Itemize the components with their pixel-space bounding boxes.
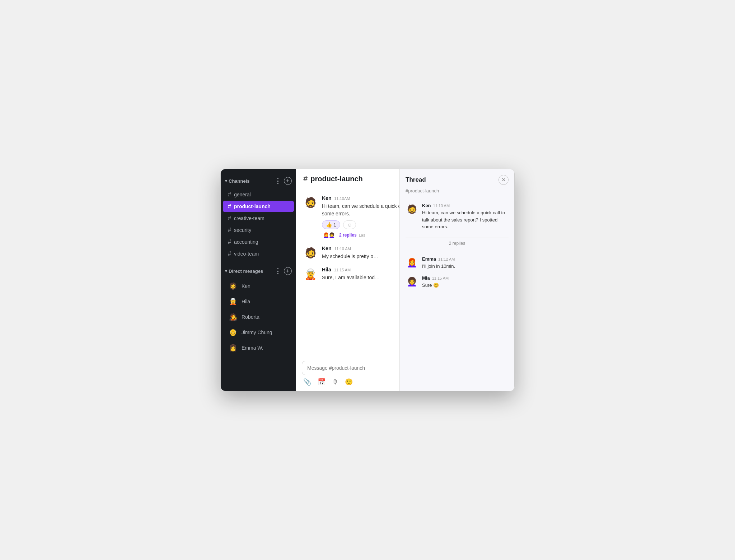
sidebar: ▾ Channels ⋮ + # general # product-launc… [221,169,296,391]
thread-original-author: Ken [422,203,431,208]
message-1-author: Ken [322,195,331,201]
channel-list: # general # product-launch # creative-te… [221,188,296,260]
reaction-thumbsup[interactable]: 👍 1 [322,220,340,229]
message-3-author: Hila [322,267,331,272]
channel-title: # product-launch [303,174,363,183]
hash-icon: # [228,215,231,221]
dm-label-emma-w: Emma W. [242,345,263,351]
sidebar-item-accounting[interactable]: # accounting [223,236,294,248]
thread-messages: 🧔 Ken 11:10 AM Hi team, can we schedule … [400,197,514,391]
sidebar-item-creative-team[interactable]: # creative-team [223,213,294,224]
dm-item-ken[interactable]: 🧔 Ken [223,279,294,294]
thread-avatar-2: 👩‍🦱 [328,231,336,239]
avatar-ken: 🧔 [228,281,238,291]
sidebar-item-general[interactable]: # general [223,189,294,200]
thread-original-header: Ken 11:10 AM [422,203,509,208]
channels-add-icon[interactable]: + [284,177,292,185]
thread-reply-1-time: 11:12 AM [438,257,455,261]
thread-panel-title: Thread [406,176,426,183]
dm-label-jimmy-chung: Jimmy Chung [242,330,272,335]
thread-reply-2-time: 11:15 AM [432,276,449,280]
message-1-time: 11:10AM [334,196,350,201]
avatar-emma-w: 👩 [228,343,238,353]
dm-item-roberta[interactable]: 🧑‍🎤 Roberta [223,309,294,325]
thread-reply-1-header: Emma 11:12 AM [422,256,455,262]
channel-label-creative-team: creative-team [234,215,264,221]
dm-section: ▾ Direct mesages ⋮ + 🧔 Ken 🧝 Hila [221,265,296,356]
thread-channel-name: #product-launch [400,188,514,197]
dm-section-title-group: ▾ Direct mesages [225,269,263,274]
avatar-hila: 🧝 [228,297,238,307]
channel-label-accounting: accounting [234,239,258,245]
channel-label-security: security [234,227,251,233]
dm-section-label: Direct mesages [229,269,263,274]
thread-reply-2-text: Sure 😊 [422,282,449,289]
channel-hash-icon: # [303,174,308,183]
channels-chevron-icon: ▾ [225,179,227,183]
dm-label-hila: Hila [242,299,250,304]
hash-icon: # [228,251,231,257]
channel-label-general: general [234,192,251,197]
dm-more-icon[interactable]: ⋮ [274,267,282,275]
thread-original-text: Hi team, can we schedule a quick call to… [422,209,509,230]
emoji-icon[interactable]: 🙂 [345,378,353,386]
hash-icon: # [228,227,231,233]
hash-icon: # [228,191,231,198]
channels-section-header[interactable]: ▾ Channels ⋮ + [221,175,296,187]
main-content: # product-launch 📹 📞 👥 15 🧔 Ken [296,169,514,391]
thread-replies-divider: 2 replies [406,238,509,249]
avatar-roberta: 🧑‍🎤 [228,312,238,322]
thread-panel: Thread ✕ #product-launch 🧔 Ken 11:10 AM … [399,169,514,391]
dm-item-emma-w[interactable]: 👩 Emma W. [223,340,294,355]
channels-section-label: Channels [229,178,250,184]
thread-reply-1-avatar: 👩‍🦰 [406,256,418,269]
sidebar-item-video-team[interactable]: # video-team [223,248,294,260]
thread-reply-2-avatar: 👩‍🦱 [406,275,418,288]
avatar-ken-msg2: 🧔 [303,246,318,260]
avatar-jimmy-chung: 👴 [228,327,238,337]
add-reaction-btn[interactable]: ☺ [343,220,356,229]
dm-label-roberta: Roberta [242,314,259,320]
channels-more-icon[interactable]: ⋮ [274,177,282,185]
thread-panel-header: Thread ✕ [400,169,514,188]
dm-item-jimmy-chung[interactable]: 👴 Jimmy Chung [223,325,294,340]
channel-name: product-launch [310,175,363,183]
thread-avatars: 👩‍🦰 👩‍🦱 [322,231,333,239]
thread-close-button[interactable]: ✕ [498,175,509,185]
dm-list: 🧔 Ken 🧝 Hila 🧑‍🎤 Roberta 👴 Jimmy Chung 👩 [221,279,296,355]
attachment-icon[interactable]: 📎 [303,378,311,386]
thread-reply-2-content: Mia 11:15 AM Sure 😊 [422,275,449,289]
channels-section-actions: ⋮ + [274,177,292,185]
thread-original-avatar: 🧔 [406,203,418,216]
avatar-ken-msg1: 🧔 [303,195,318,210]
dm-section-actions: ⋮ + [274,267,292,275]
mic-icon[interactable]: 🎙 [332,378,338,386]
thread-reply-count: 2 replies [339,233,357,238]
avatar-hila-msg3: 🧝 [303,267,318,281]
thread-original-time: 11:10 AM [433,204,450,208]
channels-section-title-group: ▾ Channels [225,178,250,184]
dm-item-hila[interactable]: 🧝 Hila [223,294,294,309]
dm-section-header[interactable]: ▾ Direct mesages ⋮ + [221,265,296,277]
hash-icon: # [228,203,231,210]
message-2-time: 11:10 AM [334,247,351,251]
thread-reply-1-content: Emma 11:12 AM I'll join in 10min. [422,256,455,270]
dm-add-icon[interactable]: + [284,267,292,275]
dm-chevron-icon: ▾ [225,269,227,274]
hash-icon: # [228,239,231,245]
sidebar-item-product-launch[interactable]: # product-launch [223,201,294,212]
dm-label-ken: Ken [242,283,251,289]
calendar-icon[interactable]: 📅 [318,378,326,386]
thread-last-label: Las [359,233,365,237]
reaction-count: 1 [333,222,336,228]
thread-reply-2-header: Mia 11:15 AM [422,275,449,281]
thread-reply-1-author: Emma [422,256,436,262]
thread-original-content: Ken 11:10 AM Hi team, can we schedule a … [422,203,509,230]
thread-reply-1: 👩‍🦰 Emma 11:12 AM I'll join in 10min. [406,256,509,270]
message-3-time: 11:15 AM [334,268,351,272]
thread-reply-1-text: I'll join in 10min. [422,263,455,270]
thread-original-message: 🧔 Ken 11:10 AM Hi team, can we schedule … [406,203,509,230]
thumbsup-emoji: 👍 [326,222,332,228]
thread-reply-2: 👩‍🦱 Mia 11:15 AM Sure 😊 [406,275,509,289]
sidebar-item-security[interactable]: # security [223,224,294,236]
